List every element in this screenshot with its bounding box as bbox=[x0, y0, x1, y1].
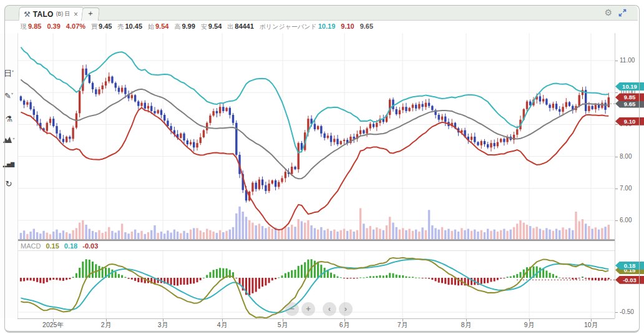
info-item: 4.07% bbox=[66, 22, 85, 30]
time-axis-label: 9月 bbox=[524, 321, 534, 330]
chart-area[interactable] bbox=[17, 33, 615, 318]
price-axis-label: 8.00 bbox=[620, 153, 632, 160]
hammer-and-wrench-icon: ⚒ bbox=[24, 10, 31, 19]
info-item: ボリンジャーバンド10.19 bbox=[260, 22, 335, 31]
info-item: 9.65 bbox=[360, 22, 373, 30]
tag-macd-signal: 0.18 bbox=[615, 262, 644, 270]
tab-title: TALO bbox=[33, 10, 54, 19]
tag-macd-hist: -0.03 bbox=[615, 276, 644, 284]
time-axis-label: 7月 bbox=[398, 321, 407, 330]
macd-legend: MACD 0.150.18-0.03 bbox=[17, 240, 615, 251]
pan-left-button[interactable]: ‹ bbox=[323, 302, 336, 316]
sidebar-item-timeframe-day[interactable]: 日▾ bbox=[0, 67, 17, 79]
tag-bb-lower: 9.10 bbox=[615, 117, 644, 125]
new-tab-button[interactable]: + bbox=[81, 7, 100, 21]
pan-right-button[interactable]: › bbox=[339, 302, 353, 316]
tag-bb-upper: 10.19 bbox=[615, 82, 644, 91]
expand-icon[interactable] bbox=[618, 9, 627, 17]
gear-icon[interactable]: ⚙ bbox=[604, 7, 612, 17]
info-item: 高9.99 bbox=[174, 22, 195, 31]
price-axis-label: 7.00 bbox=[620, 185, 632, 192]
macd-legend-value: 0.15 bbox=[46, 242, 59, 250]
macd-axis-label: -0.50 bbox=[620, 308, 634, 315]
tag-last-price: 9.85 bbox=[615, 93, 644, 101]
macd-legend-value: -0.03 bbox=[82, 242, 98, 250]
info-item: 始9.54 bbox=[148, 22, 168, 31]
sidebar-item-reset-refresh[interactable]: ↻ bbox=[0, 178, 17, 189]
time-axis-label: 5月 bbox=[278, 321, 288, 330]
info-item: 9.10 bbox=[341, 22, 354, 30]
price-axis-label: 6.00 bbox=[620, 217, 632, 223]
info-item: 現9.85 bbox=[21, 22, 41, 31]
price-axis-label: 11.00 bbox=[620, 57, 635, 64]
info-item: 買9.45 bbox=[91, 22, 112, 31]
sidebar-item-indicators-flask[interactable]: ⚗ bbox=[0, 113, 17, 124]
tab-bar: ⚒ TALO (B) 日 × + ⚙ bbox=[5, 6, 638, 21]
sidebar-item-chart-type-mountain[interactable]: ▾ bbox=[0, 135, 17, 146]
sidebar-item-draw-pencil[interactable]: ✎▾ bbox=[0, 90, 17, 101]
time-axis-label: 4月 bbox=[217, 321, 227, 330]
mountain-chart-icon bbox=[2, 135, 12, 144]
time-axis-label: 2025年 bbox=[42, 321, 64, 330]
macd-legend-value: 0.18 bbox=[64, 242, 77, 250]
macd-label: MACD bbox=[21, 242, 41, 250]
info-item: 売10.45 bbox=[117, 22, 142, 31]
trading-chart-app: ⚒ TALO (B) 日 × + ⚙ 現9.850.394.07%買9.45売1… bbox=[0, 0, 644, 334]
tab-talo[interactable]: ⚒ TALO (B) 日 × bbox=[18, 7, 84, 21]
time-axis-label: 6月 bbox=[339, 321, 349, 330]
time-axis-label: 10月 bbox=[584, 321, 598, 330]
info-item: 0.39 bbox=[47, 22, 60, 30]
time-axis-label: 2月 bbox=[101, 321, 111, 330]
time-axis-label: 3月 bbox=[158, 321, 168, 330]
zoom-in-button[interactable]: + bbox=[301, 302, 315, 316]
info-item: 安9.54 bbox=[201, 22, 222, 31]
time-axis[interactable]: 2025年2月3月4月5月6月7月8月9月10月 bbox=[17, 318, 615, 330]
tab-close-icon[interactable]: × bbox=[74, 11, 78, 18]
info-bar: 現9.850.394.07%買9.45売10.45始9.54高9.99安9.54… bbox=[21, 22, 373, 32]
tab-subtitle: (B) 日 bbox=[56, 11, 70, 18]
sidebar-item-volume-bars[interactable]: ▂▅▇ bbox=[0, 157, 17, 169]
info-item: 出84441 bbox=[227, 22, 254, 31]
zoom-out-button[interactable]: − bbox=[285, 302, 299, 316]
time-axis-label: 8月 bbox=[461, 321, 471, 330]
chart-controls: −+‹› bbox=[285, 302, 353, 316]
price-axis[interactable]: 11.0010.009.008.007.006.00-0.5010.199.65… bbox=[615, 33, 644, 318]
toolbar-left: 日▾✎▾⚗▾▂▅▇↻ bbox=[0, 33, 18, 318]
